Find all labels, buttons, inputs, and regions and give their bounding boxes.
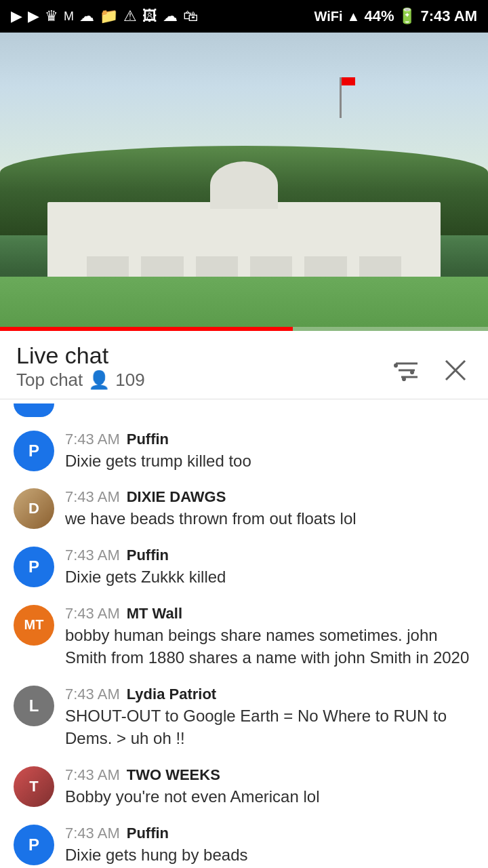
bag-icon: 🛍 [183, 7, 198, 25]
message-author: Puffin [127, 431, 169, 448]
message-text: Bobby you're not even American lol [65, 785, 474, 808]
avatar: T [14, 766, 54, 807]
message-text: Dixie gets trump killed too [65, 450, 474, 473]
message-time: 7:43 AM [65, 605, 120, 623]
message-meta: 7:43 AM Puffin [65, 547, 474, 564]
message-meta: 7:43 AM Puffin [65, 825, 474, 842]
message-author: Lydia Patriot [127, 686, 216, 703]
file-icon: 📁 [100, 7, 118, 25]
message-content: 7:43 AM Puffin Dixie gets hung by beads [65, 825, 474, 867]
message-time: 7:43 AM [65, 431, 120, 448]
message-meta: 7:43 AM TWO WEEKS [65, 766, 474, 784]
image-icon: 🖼 [142, 7, 157, 25]
top-chat-label[interactable]: Top chat [16, 370, 83, 391]
chat-message: MT 7:43 AM MT Wall bobby human beings sh… [0, 597, 488, 677]
youtube2-icon: ▶ [28, 7, 39, 25]
message-author: TWO WEEKS [127, 766, 220, 784]
cloud2-icon: ☁ [163, 7, 178, 25]
svg-point-3 [394, 363, 398, 368]
chat-message: T 7:43 AM TWO WEEKS Bobby you're not eve… [0, 758, 488, 816]
chat-message: P 7:43 AM Puffin Dixie gets Zukkk killed [0, 538, 488, 597]
chat-message: D 7:43 AM DIXIE DAWGS we have beads thro… [0, 480, 488, 538]
message-text: SHOUT-OUT to Google Earth = No Where to … [65, 705, 474, 750]
message-content: 7:43 AM Puffin Dixie gets trump killed t… [65, 431, 474, 473]
filter-button[interactable] [390, 354, 423, 387]
livechat-subtitle-row: Top chat 👤 109 [16, 370, 145, 399]
message-time: 7:43 AM [65, 547, 120, 564]
message-text: Dixie gets Zukkk killed [65, 566, 474, 589]
status-bar-right: WiFi ▲ 44% 🔋 7:43 AM [314, 7, 477, 25]
chat-messages-list: P 7:43 AM Puffin Dixie gets trump killed… [0, 417, 488, 868]
message-meta: 7:43 AM MT Wall [65, 605, 474, 623]
viewer-count: 109 [115, 370, 144, 391]
partial-message-area [0, 399, 488, 417]
livechat-title: Live chat [16, 342, 145, 370]
video-progress-fill [0, 327, 293, 331]
battery-icon: 🔋 [398, 7, 416, 25]
message-meta: 7:43 AM Lydia Patriot [65, 686, 474, 703]
wifi-icon: WiFi [314, 9, 343, 24]
video-progress-bar[interactable] [0, 327, 488, 331]
message-author: MT Wall [127, 605, 182, 623]
message-content: 7:43 AM MT Wall bobby human beings share… [65, 605, 474, 669]
livechat-header-actions [390, 354, 472, 387]
message-text: Dixie gets hung by beads [65, 844, 474, 867]
message-time: 7:43 AM [65, 825, 120, 842]
message-content: 7:43 AM Lydia Patriot SHOUT-OUT to Googl… [65, 686, 474, 750]
avatar: D [14, 488, 54, 529]
cloud-icon: ☁ [79, 7, 94, 25]
svg-point-8 [402, 377, 406, 381]
chat-message: P 7:43 AM Puffin Dixie gets hung by bead… [0, 816, 488, 868]
message-content: 7:43 AM Puffin Dixie gets Zukkk killed [65, 547, 474, 589]
chat-message: P 7:43 AM Puffin Dixie gets trump killed… [0, 422, 488, 481]
message-author: DIXIE DAWGS [127, 488, 226, 506]
svg-point-5 [410, 370, 414, 374]
message-author: Puffin [127, 825, 169, 842]
message-content: 7:43 AM DIXIE DAWGS we have beads thrown… [65, 488, 474, 530]
message-time: 7:43 AM [65, 488, 120, 506]
time-display: 7:43 AM [420, 7, 477, 25]
avatar: P [14, 547, 54, 587]
mastodon-icon: M [64, 9, 74, 24]
battery-percentage: 44% [364, 7, 394, 25]
status-bar-left: ▶ ▶ ♛ M ☁ 📁 ⚠ 🖼 ☁ 🛍 [11, 7, 198, 25]
avatar: MT [14, 605, 54, 646]
youtube-icon: ▶ [11, 7, 22, 25]
avatar: P [14, 431, 54, 471]
avatar: L [14, 686, 54, 726]
avatar: P [14, 825, 54, 865]
close-button[interactable] [439, 354, 472, 387]
livechat-header: Live chat Top chat 👤 109 [0, 331, 488, 399]
message-author: Puffin [127, 547, 169, 564]
message-text: we have beads thrown from out floats lol [65, 507, 474, 530]
alert-icon: ⚠ [123, 7, 137, 25]
message-time: 7:43 AM [65, 766, 120, 784]
people-icon: 👤 [88, 370, 110, 391]
signal-icon: ▲ [347, 9, 361, 24]
crown-icon: ♛ [45, 7, 58, 25]
message-text: bobby human beings share names sometimes… [65, 624, 474, 669]
livechat-panel: Live chat Top chat 👤 109 [0, 331, 488, 868]
livechat-title-group: Live chat Top chat 👤 109 [16, 342, 145, 399]
message-meta: 7:43 AM DIXIE DAWGS [65, 488, 474, 506]
message-content: 7:43 AM TWO WEEKS Bobby you're not even … [65, 766, 474, 808]
message-time: 7:43 AM [65, 686, 120, 703]
video-player[interactable] [0, 33, 488, 331]
chat-message: L 7:43 AM Lydia Patriot SHOUT-OUT to Goo… [0, 677, 488, 758]
message-meta: 7:43 AM Puffin [65, 431, 474, 448]
status-bar: ▶ ▶ ♛ M ☁ 📁 ⚠ 🖼 ☁ 🛍 WiFi ▲ 44% 🔋 7:43 AM [0, 0, 488, 33]
